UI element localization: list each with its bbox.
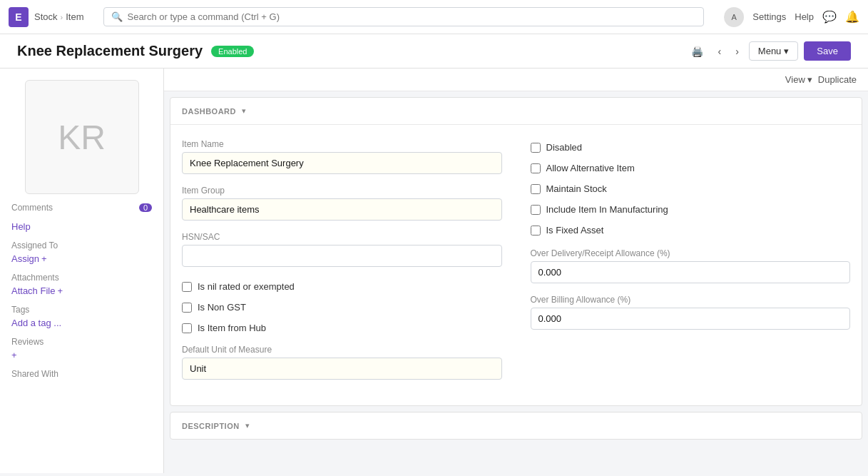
breadcrumb-item[interactable]: Item bbox=[66, 11, 83, 22]
shared-with-label: Shared With bbox=[11, 369, 152, 379]
help-link[interactable]: Help bbox=[11, 221, 152, 232]
search-input[interactable] bbox=[127, 11, 696, 22]
duplicate-button[interactable]: Duplicate bbox=[818, 74, 857, 85]
next-button[interactable]: › bbox=[731, 43, 743, 60]
item-name-input[interactable] bbox=[182, 152, 502, 174]
sidebar-comments-section: Comments 0 bbox=[11, 203, 152, 213]
form-grid: Item Name Item Group HSN/SAC bbox=[182, 139, 850, 391]
top-nav: E Stock › Item 🔍 A Settings Help 💬 🔔 bbox=[0, 0, 868, 34]
hsn-sac-input[interactable] bbox=[182, 245, 502, 267]
is-fixed-asset-item[interactable]: Is Fixed Asset bbox=[531, 225, 851, 236]
reviews-label: Reviews bbox=[11, 337, 152, 347]
bell-icon[interactable]: 🔔 bbox=[845, 10, 859, 24]
is-item-from-hub-label: Is Item from Hub bbox=[198, 323, 266, 333]
menu-button[interactable]: Menu ▾ bbox=[749, 41, 799, 61]
attachments-label: Attachments bbox=[11, 273, 152, 283]
checkbox-group: Is nil rated or exempted Is Non GST Is I… bbox=[182, 278, 502, 333]
sidebar-shared-section: Shared With bbox=[11, 369, 152, 379]
main-layout: KR Comments 0 Help Assigned To Assign + … bbox=[0, 69, 868, 473]
description-section-header[interactable]: DESCRIPTION ▾ bbox=[170, 412, 862, 439]
sidebar: KR Comments 0 Help Assigned To Assign + … bbox=[0, 69, 164, 473]
help-button[interactable]: Help bbox=[795, 11, 814, 22]
hsn-sac-label: HSN/SAC bbox=[182, 232, 502, 242]
assigned-to-label: Assigned To bbox=[11, 240, 152, 250]
disabled-checkbox[interactable] bbox=[531, 143, 541, 153]
is-nil-rated-item[interactable]: Is nil rated or exempted bbox=[182, 281, 502, 292]
allow-alt-item[interactable]: Allow Alternative Item bbox=[531, 163, 851, 173]
checkboxes-group: Is nil rated or exempted Is Non GST Is I… bbox=[182, 278, 502, 333]
chat-icon[interactable]: 💬 bbox=[822, 10, 837, 24]
print-button[interactable]: 🖨️ bbox=[687, 43, 708, 60]
breadcrumb-stock[interactable]: Stock bbox=[34, 11, 58, 22]
sidebar-assigned-section: Assigned To Assign + bbox=[11, 240, 152, 264]
comments-label: Comments bbox=[11, 203, 53, 213]
form-right-col: Disabled Allow Alternative Item Maintain… bbox=[531, 139, 851, 391]
allow-alt-label: Allow Alternative Item bbox=[546, 163, 635, 173]
include-mfg-item[interactable]: Include Item In Manufacturing bbox=[531, 204, 851, 215]
page-title: Knee Replacement Surgery bbox=[17, 43, 203, 59]
menu-label: Menu bbox=[758, 46, 782, 56]
sidebar-reviews-section: Reviews + bbox=[11, 337, 152, 360]
page-header: Knee Replacement Surgery Enabled 🖨️ ‹ › … bbox=[0, 34, 868, 69]
prev-button[interactable]: ‹ bbox=[713, 43, 725, 60]
page-actions: 🖨️ ‹ › Menu ▾ Save bbox=[687, 41, 851, 61]
maintain-stock-checkbox[interactable] bbox=[531, 184, 541, 194]
attach-file-link[interactable]: Attach File + bbox=[11, 285, 152, 296]
over-billing-label: Over Billing Allowance (%) bbox=[531, 295, 851, 305]
menu-chevron-icon: ▾ bbox=[784, 46, 789, 56]
avatar-initials: KR bbox=[58, 118, 106, 157]
assign-link[interactable]: Assign + bbox=[11, 253, 152, 264]
search-icon: 🔍 bbox=[111, 11, 123, 22]
is-nil-rated-label: Is nil rated or exempted bbox=[198, 281, 295, 292]
over-delivery-input[interactable] bbox=[531, 261, 851, 283]
item-name-label: Item Name bbox=[182, 139, 502, 149]
is-item-from-hub-checkbox[interactable] bbox=[182, 323, 192, 333]
settings-button[interactable]: Settings bbox=[752, 11, 786, 22]
right-checkboxes: Disabled Allow Alternative Item Maintain… bbox=[531, 139, 851, 236]
description-section: DESCRIPTION ▾ bbox=[170, 412, 862, 440]
include-mfg-label: Include Item In Manufacturing bbox=[546, 204, 668, 215]
is-item-from-hub-item[interactable]: Is Item from Hub bbox=[182, 323, 502, 333]
dashboard-section-header[interactable]: DASHBOARD ▾ bbox=[170, 98, 862, 125]
tags-label: Tags bbox=[11, 305, 152, 315]
form-left-col: Item Name Item Group HSN/SAC bbox=[182, 139, 502, 391]
view-button[interactable]: View ▾ bbox=[785, 74, 812, 85]
content-top-bar: View ▾ Duplicate bbox=[164, 69, 868, 91]
app-icon[interactable]: E bbox=[9, 7, 29, 27]
maintain-stock-item[interactable]: Maintain Stock bbox=[531, 183, 851, 194]
uom-label: Default Unit of Measure bbox=[182, 345, 502, 355]
avatar: A bbox=[724, 7, 744, 27]
add-tag-link[interactable]: Add a tag ... bbox=[11, 318, 152, 328]
is-nil-rated-checkbox[interactable] bbox=[182, 282, 192, 292]
sidebar-help-section: Help bbox=[11, 221, 152, 232]
disabled-item[interactable]: Disabled bbox=[531, 142, 851, 153]
over-billing-input[interactable] bbox=[531, 308, 851, 330]
save-button[interactable]: Save bbox=[804, 41, 851, 61]
uom-group: Default Unit of Measure bbox=[182, 345, 502, 380]
attach-plus-icon: + bbox=[57, 285, 63, 296]
allow-alt-checkbox[interactable] bbox=[531, 163, 541, 173]
description-chevron-icon: ▾ bbox=[245, 421, 250, 430]
item-group-input[interactable] bbox=[182, 198, 502, 221]
is-non-gst-item[interactable]: Is Non GST bbox=[182, 302, 502, 313]
view-chevron-icon: ▾ bbox=[807, 74, 812, 85]
plus-icon: + bbox=[41, 253, 47, 264]
search-bar[interactable]: 🔍 bbox=[103, 7, 704, 26]
sidebar-attachments-section: Attachments Attach File + bbox=[11, 273, 152, 296]
over-delivery-group: Over Delivery/Receipt Allowance (%) bbox=[531, 248, 851, 283]
dashboard-section-title: DASHBOARD bbox=[182, 107, 236, 116]
over-billing-group: Over Billing Allowance (%) bbox=[531, 295, 851, 330]
is-non-gst-checkbox[interactable] bbox=[182, 303, 192, 313]
over-delivery-label: Over Delivery/Receipt Allowance (%) bbox=[531, 248, 851, 258]
dashboard-section-body: Item Name Item Group HSN/SAC bbox=[170, 125, 862, 405]
add-review-icon: + bbox=[11, 350, 17, 360]
item-group-label: Item Group bbox=[182, 186, 502, 196]
add-review-link[interactable]: + bbox=[11, 350, 152, 360]
disabled-label: Disabled bbox=[546, 142, 583, 153]
dashboard-section: DASHBOARD ▾ Item Name Item Group bbox=[170, 97, 862, 406]
include-mfg-checkbox[interactable] bbox=[531, 205, 541, 215]
breadcrumb-sep-1: › bbox=[61, 13, 63, 21]
item-group-group: Item Group bbox=[182, 186, 502, 221]
is-fixed-asset-checkbox[interactable] bbox=[531, 226, 541, 236]
uom-input[interactable] bbox=[182, 358, 502, 380]
